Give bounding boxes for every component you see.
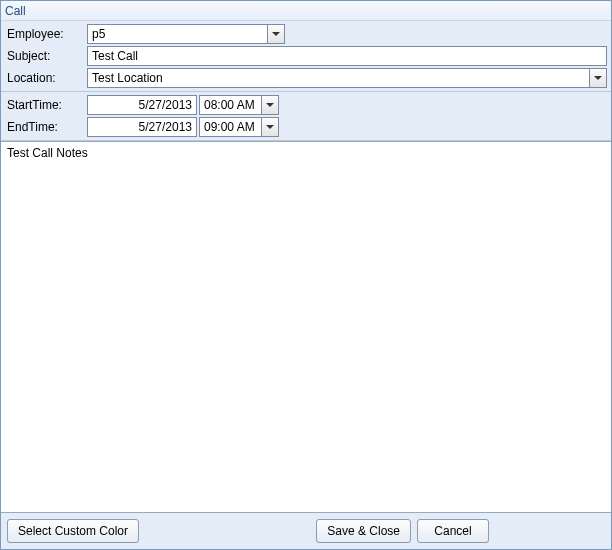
window-title: Call [1,1,611,21]
employee-label: Employee: [5,27,85,41]
notes-textarea[interactable] [1,141,611,513]
end-time-combo[interactable] [199,117,279,137]
location-label: Location: [5,71,85,85]
end-date-input[interactable] [87,117,197,137]
location-combo[interactable] [87,68,607,88]
end-time-dropdown-button[interactable] [261,117,279,137]
subject-input[interactable] [87,46,607,66]
call-dialog: Call Employee: Subject: Location: [0,0,612,550]
start-time-combo[interactable] [199,95,279,115]
end-time-label: EndTime: [5,120,85,134]
start-time-input[interactable] [199,95,261,115]
end-time-input[interactable] [199,117,261,137]
cancel-button[interactable]: Cancel [417,519,489,543]
start-time-label: StartTime: [5,98,85,112]
select-custom-color-button[interactable]: Select Custom Color [7,519,139,543]
save-close-button[interactable]: Save & Close [316,519,411,543]
time-section: StartTime: EndTime: [1,92,611,141]
start-time-dropdown-button[interactable] [261,95,279,115]
details-section: Employee: Subject: Location: [1,21,611,92]
chevron-down-icon [272,32,280,36]
employee-dropdown-button[interactable] [267,24,285,44]
location-dropdown-button[interactable] [589,68,607,88]
location-input[interactable] [87,68,589,88]
employee-combo[interactable] [87,24,285,44]
employee-input[interactable] [87,24,267,44]
chevron-down-icon [266,103,274,107]
start-date-input[interactable] [87,95,197,115]
footer-bar: Select Custom Color Save & Close Cancel [1,513,611,549]
chevron-down-icon [266,125,274,129]
chevron-down-icon [594,76,602,80]
subject-label: Subject: [5,49,85,63]
